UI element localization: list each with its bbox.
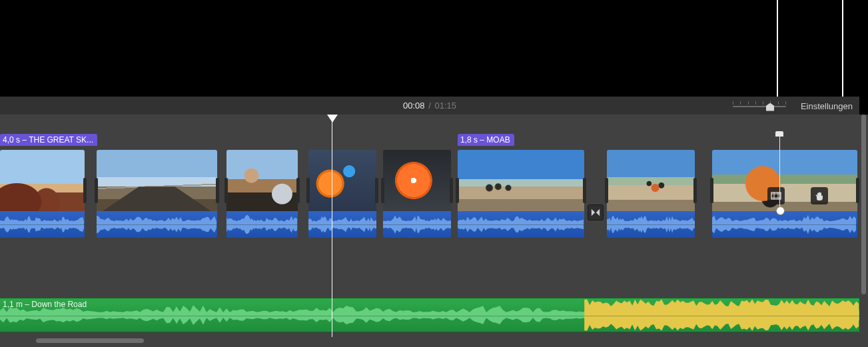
clip-thumbnail <box>458 150 584 211</box>
clip-trim-handle-right[interactable] <box>693 178 697 203</box>
clip-trim-handle-left[interactable] <box>381 178 384 203</box>
clip-trim-handle-right[interactable] <box>83 178 87 203</box>
clip-trim-handle-right[interactable] <box>450 178 453 203</box>
clip-thumbnail <box>226 150 298 211</box>
video-clip[interactable] <box>308 150 376 238</box>
clip-trim-handle-right[interactable] <box>296 178 300 203</box>
clip-trim-handle-left[interactable] <box>710 178 713 203</box>
video-clip[interactable] <box>383 150 451 238</box>
vertical-scrollbar-thumb[interactable] <box>861 115 866 294</box>
time-total: 01:15 <box>434 101 456 111</box>
clip-audio-waveform <box>226 211 298 238</box>
clip-audio-waveform <box>97 211 217 238</box>
video-clip[interactable]: 4,0 s – THE GREAT SK... <box>0 150 85 238</box>
clip-thumbnail <box>383 150 451 211</box>
horizontal-scrollbar-thumb[interactable] <box>36 338 144 343</box>
video-clip[interactable] <box>226 150 298 238</box>
clip-trim-handle-left[interactable] <box>605 178 608 203</box>
video-clip[interactable] <box>97 150 217 238</box>
zoom-slider-track <box>733 106 786 107</box>
callout-line-settings <box>842 0 843 97</box>
video-clip[interactable]: 1,8 s – MOAB <box>458 150 584 238</box>
music-track-title: 1,1 m – Down the Road <box>3 300 87 309</box>
callout-line-zoom <box>777 0 778 97</box>
clip-audio-waveform <box>712 211 857 238</box>
clip-audio-waveform <box>383 211 451 238</box>
clip-trim-handle-right[interactable] <box>216 178 219 203</box>
horizontal-scrollbar[interactable] <box>0 337 859 344</box>
zoom-slider[interactable] <box>733 101 786 111</box>
timeline-toolbar: 00:08 / 01:15 Einstellungen <box>0 97 859 115</box>
clip-trim-handle-left[interactable] <box>456 178 459 203</box>
clip-audio-waveform <box>458 211 584 238</box>
clip-audio-waveform <box>607 211 695 238</box>
hand-icon[interactable] <box>811 187 828 204</box>
clip-thumbnail <box>712 150 857 211</box>
clip-trim-handle-left[interactable] <box>95 178 98 203</box>
video-clip-row: 4,0 s – THE GREAT SK...1,8 s – MOAB <box>0 150 859 254</box>
clip-trim-handle-left[interactable] <box>224 178 228 203</box>
clip-trim-handle-left[interactable] <box>306 178 310 203</box>
vertical-scrollbar[interactable] <box>859 115 868 347</box>
clip-thumbnail <box>607 150 695 211</box>
clip-audio-waveform <box>0 211 85 238</box>
filmstrip-icon[interactable] <box>767 187 785 204</box>
clip-audio-waveform <box>308 211 376 238</box>
clip-trim-handle-right[interactable] <box>375 178 378 203</box>
music-waveform <box>0 298 859 332</box>
clip-thumbnail <box>308 150 376 211</box>
settings-button[interactable]: Einstellungen <box>801 101 853 111</box>
clip-thumbnail <box>0 150 85 211</box>
transition-icon[interactable] <box>588 204 604 220</box>
clip-trim-handle-right[interactable] <box>583 178 586 203</box>
clip-title-tag[interactable]: 4,0 s – THE GREAT SK... <box>0 134 97 146</box>
clip-thumbnail <box>97 150 217 211</box>
time-current: 00:08 <box>403 101 425 111</box>
timeline-viewport[interactable]: 4,0 s – THE GREAT SK...1,8 s – MOAB 1,1 … <box>0 115 859 347</box>
clip-trim-handle-right[interactable] <box>856 178 859 203</box>
zoom-slider-ticks <box>733 101 786 105</box>
music-track[interactable]: 1,1 m – Down the Road <box>0 298 859 332</box>
time-readout: 00:08 / 01:15 <box>403 101 456 111</box>
keyframe-marker[interactable] <box>779 134 780 211</box>
time-separator: / <box>428 101 431 111</box>
video-clip[interactable] <box>712 150 857 238</box>
playhead[interactable] <box>332 115 332 337</box>
clip-title-tag[interactable]: 1,8 s – MOAB <box>458 134 514 146</box>
video-clip[interactable] <box>607 150 695 238</box>
